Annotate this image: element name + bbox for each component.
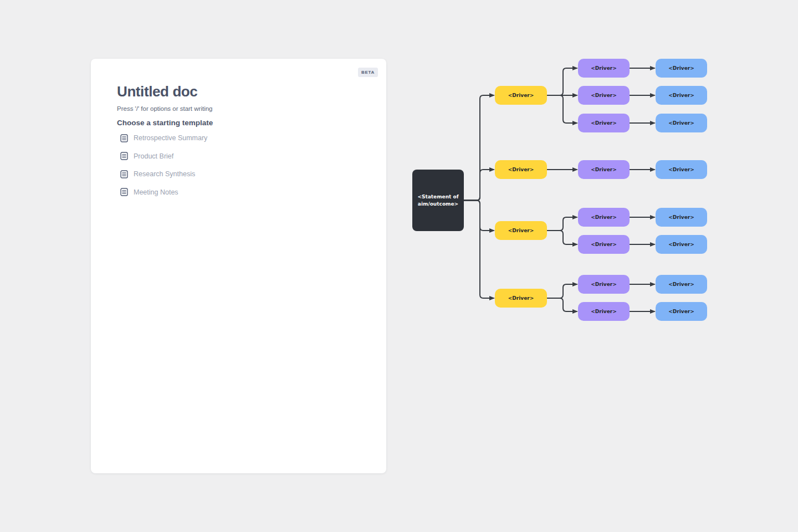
connector xyxy=(547,68,577,95)
connector xyxy=(464,170,494,201)
connector xyxy=(464,201,494,231)
diagram-node-b6[interactable]: <Driver> xyxy=(656,235,707,254)
connector xyxy=(547,231,577,244)
diagram-node-d3[interactable]: <Driver> xyxy=(495,221,547,240)
diagram-node-b4[interactable]: <Driver> xyxy=(656,160,707,179)
diagram-node-b3[interactable]: <Driver> xyxy=(656,114,707,132)
diagram-node-p8[interactable]: <Driver> xyxy=(578,302,630,321)
diagram-node-d2[interactable]: <Driver> xyxy=(495,160,547,179)
diagram-node-p1[interactable]: <Driver> xyxy=(578,59,630,78)
diagram-node-p6[interactable]: <Driver> xyxy=(578,235,630,254)
diagram-connectors xyxy=(0,0,798,532)
diagram-node-p2[interactable]: <Driver> xyxy=(578,86,630,105)
diagram-node-b7[interactable]: <Driver> xyxy=(656,275,707,294)
diagram-node-p3[interactable]: <Driver> xyxy=(578,114,630,132)
diagram-node-b5[interactable]: <Driver> xyxy=(656,208,707,227)
diagram-node-b2[interactable]: <Driver> xyxy=(656,86,707,105)
connector xyxy=(464,95,494,201)
diagram-node-d4[interactable]: <Driver> xyxy=(495,289,547,308)
connector xyxy=(547,217,577,231)
diagram-node-b8[interactable]: <Driver> xyxy=(656,302,707,321)
diagram-node-p7[interactable]: <Driver> xyxy=(578,275,630,294)
diagram-node-b1[interactable]: <Driver> xyxy=(656,59,707,78)
connector xyxy=(547,284,577,298)
connector xyxy=(464,201,494,299)
diagram-node-d1[interactable]: <Driver> xyxy=(495,86,547,105)
connector xyxy=(547,95,577,123)
diagram-node-p4[interactable]: <Driver> xyxy=(578,160,630,179)
connector xyxy=(547,298,577,311)
diagram-node-root[interactable]: <Statement of aim/outcome> xyxy=(412,170,464,231)
diagram-node-p5[interactable]: <Driver> xyxy=(578,208,630,227)
driver-diagram-canvas: <Statement of aim/outcome><Driver><Drive… xyxy=(0,0,798,532)
